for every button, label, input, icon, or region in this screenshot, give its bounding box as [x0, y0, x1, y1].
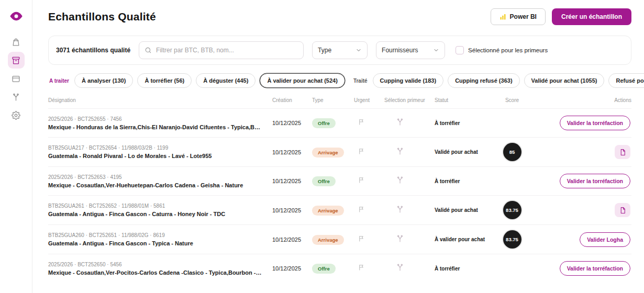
validate-roast-button[interactable]: Valider la torréfaction: [560, 116, 630, 130]
table-row[interactable]: BTB25GUA217 · BCT252654 · 11/988/03/2B ·…: [48, 137, 631, 166]
primeur-icon[interactable]: [384, 147, 404, 155]
samples-table: Désignation Création Type Urgent Sélecti…: [48, 95, 631, 293]
sample-name: Guatemala - Ronald Pivaral - Lo de Moral…: [48, 153, 262, 159]
bag-icon: [12, 38, 20, 47]
chevron-down-icon: [356, 47, 362, 53]
main-content: Echantillons Qualité Power BI Créer un é…: [32, 0, 644, 293]
score-badge: 83.75: [503, 201, 521, 219]
validate-roast-button[interactable]: Valider la torréfaction: [560, 174, 630, 188]
create-sample-button[interactable]: Créer un échantillon: [552, 8, 631, 25]
primeur-icon[interactable]: [384, 263, 404, 272]
table-row[interactable]: 2025/2026 · BCT252653 · 4195 Mexique - C…: [48, 166, 631, 195]
sidebar-item-plant[interactable]: [8, 88, 25, 105]
primeur-icon[interactable]: [384, 176, 404, 184]
tab-valide-pour-achat[interactable]: Validé pour achat (1055): [524, 73, 605, 88]
sample-reference: BTB25GUA260 · BCT252651 · 11/988/02G · 8…: [48, 232, 262, 238]
samples-count: 3071 échantillons qualité: [56, 47, 130, 54]
sample-reference: 2025/2026 · BCT252650 · 5456: [48, 262, 262, 267]
filter-bar: 3071 échantillons qualité Type Fournisse…: [48, 36, 631, 65]
col-actions: Actions: [536, 97, 631, 103]
validate-logha-button[interactable]: Valider Logha: [580, 232, 630, 247]
eye-logo-icon: [9, 9, 24, 24]
primeur-icon[interactable]: [384, 118, 404, 126]
coffee-plant-icon: [12, 93, 20, 102]
col-type: Type: [312, 97, 352, 103]
sample-name: Guatemala - Antigua - Finca Gascon - Typ…: [48, 240, 262, 246]
search-icon: [145, 47, 152, 54]
type-badge: Arrivage: [312, 206, 344, 216]
score-badge: 85: [503, 143, 521, 161]
type-badge: Offre: [312, 118, 336, 128]
header-actions: Power BI Créer un échantillon: [491, 8, 631, 25]
page-header: Echantillons Qualité Power BI Créer un é…: [48, 8, 631, 25]
score-badge: 83.75: [503, 230, 521, 249]
sidebar-item-cards[interactable]: [8, 70, 25, 87]
primeur-icon[interactable]: [384, 234, 404, 243]
col-status: Statut: [435, 97, 488, 103]
col-creation: Création: [272, 97, 310, 103]
type-badge: Arrivage: [312, 235, 344, 245]
table-row[interactable]: 2025/2026 · BCT252655 · 7456 Mexique - H…: [48, 108, 631, 137]
treated-group-label: Traité: [353, 78, 368, 84]
tab-a-deguster[interactable]: À déguster (445): [196, 73, 256, 88]
primeurs-filter[interactable]: Sélectionné pour les primeurs: [456, 46, 548, 54]
tab-cupping-valide[interactable]: Cupping valide (183): [373, 73, 444, 88]
document-icon: [619, 207, 626, 214]
urgent-flag-icon[interactable]: [354, 118, 365, 126]
status-label: À torréfier: [435, 120, 488, 126]
tab-a-torrefier[interactable]: À torréfier (56): [137, 73, 192, 88]
col-urgent: Urgent: [354, 97, 382, 103]
table-row[interactable]: 2025/2026 · BCT252650 · 5456 Mexique - C…: [48, 254, 631, 283]
powerbi-button[interactable]: Power BI: [491, 8, 546, 25]
search-input[interactable]: [156, 47, 298, 54]
status-label: À valider pour achat: [435, 236, 488, 242]
powerbi-icon: [499, 14, 506, 20]
sample-name: Mexique - Cosautlan,Ver-Huehuetepan-Carl…: [48, 182, 262, 188]
card-icon: [12, 74, 20, 83]
search-box[interactable]: [139, 41, 304, 59]
sidebar-item-samples[interactable]: [8, 52, 25, 69]
table-row[interactable]: BTB25GUA261 · BCT252652 · 11/988/01M · 5…: [48, 195, 631, 224]
col-designation: Désignation: [48, 97, 270, 103]
status-label: Validé pour achat: [435, 149, 488, 155]
type-badge: Arrivage: [312, 148, 344, 157]
status-filter-row: A traiter À analyser (130) À torréfier (…: [49, 73, 631, 88]
tab-refuse-pour-achat[interactable]: Refusé pour achat (315): [608, 73, 644, 88]
page-title: Echantillons Qualité: [48, 10, 156, 23]
validate-roast-button[interactable]: Valider la torréfaction: [560, 261, 630, 276]
sample-name: Guatemala - Antigua - Finca Gascon - Cat…: [48, 211, 262, 217]
suppliers-select-value: Fournisseurs: [382, 47, 418, 54]
tab-a-valider-pour-achat[interactable]: À valider pour achat (524): [260, 73, 345, 88]
urgent-flag-icon[interactable]: [354, 206, 365, 213]
sample-reference: 2025/2026 · BCT252655 · 7456: [48, 116, 262, 122]
sidebar-item-bag[interactable]: [8, 33, 25, 50]
sidebar-item-settings[interactable]: [8, 107, 25, 123]
creation-date: 10/12/2025: [272, 149, 310, 155]
creation-date: 10/12/2025: [272, 236, 310, 243]
tab-cupping-refuse[interactable]: Cupping refusé (363): [448, 73, 519, 88]
sample-reference: BTB25GUA217 · BCT252654 · 11/988/03/2B ·…: [48, 145, 262, 151]
sample-name: Mexique - Cosautlan,Ver-Pocitos-Carlos C…: [48, 269, 262, 276]
status-label: À torréfier: [435, 178, 488, 184]
powerbi-button-label: Power BI: [510, 13, 537, 20]
primeur-icon[interactable]: [384, 205, 404, 213]
urgent-flag-icon[interactable]: [354, 264, 365, 271]
urgent-flag-icon[interactable]: [354, 176, 365, 184]
creation-date: 10/12/2025: [272, 120, 310, 126]
type-select[interactable]: Type: [312, 41, 368, 59]
type-badge: Offre: [312, 176, 336, 186]
brand-logo[interactable]: [7, 7, 25, 25]
checkbox-icon[interactable]: [456, 46, 464, 54]
urgent-flag-icon[interactable]: [354, 148, 365, 155]
suppliers-select[interactable]: Fournisseurs: [376, 41, 445, 59]
sample-reference: BTB25GUA261 · BCT252652 · 11/988/01M · 5…: [48, 203, 262, 209]
table-row[interactable]: BTB25GUA260 · BCT252651 · 11/988/02G · 8…: [48, 224, 631, 254]
report-button[interactable]: [615, 145, 630, 159]
creation-date: 10/12/2025: [272, 265, 310, 272]
app-root: Echantillons Qualité Power BI Créer un é…: [0, 0, 644, 293]
type-badge: Offre: [312, 264, 336, 274]
tab-a-analyser[interactable]: À analyser (130): [74, 73, 133, 88]
status-label: Validé pour achat: [435, 207, 488, 213]
urgent-flag-icon[interactable]: [354, 235, 365, 242]
report-button[interactable]: [615, 203, 630, 217]
